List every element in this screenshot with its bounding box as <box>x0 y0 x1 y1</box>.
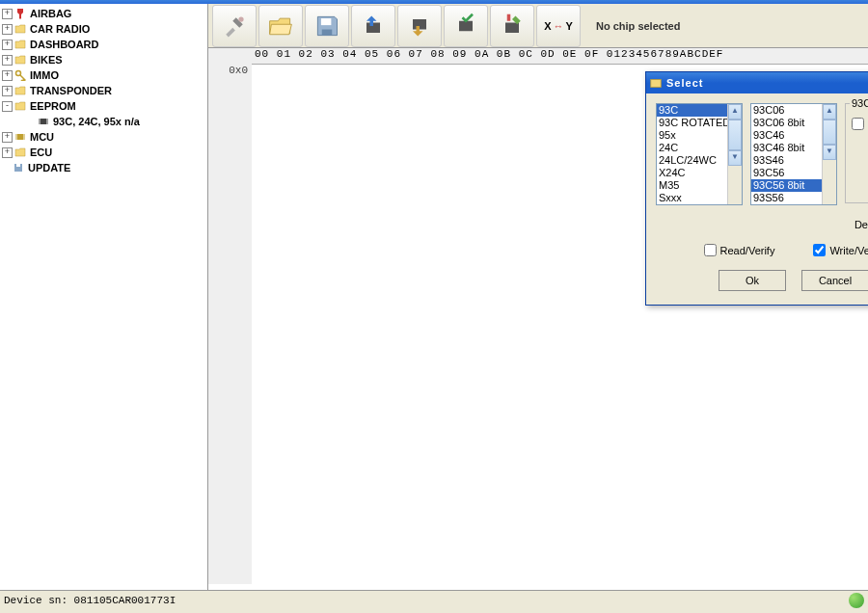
read-chip-button[interactable] <box>351 5 395 47</box>
list-item[interactable]: 93C46 <box>751 129 823 142</box>
scroll-thumb[interactable] <box>728 120 742 150</box>
svg-rect-4 <box>16 164 20 167</box>
device-listbox[interactable]: 93C0693C06 8bit93C4693C46 8bit93S4693C56… <box>750 103 837 205</box>
sidebar-item-immo[interactable]: +IMMO <box>0 67 207 83</box>
toolbar: X↔Y No chip selected <box>208 4 868 48</box>
sidebar-item-bikes[interactable]: +BIKES <box>0 52 207 67</box>
open-button[interactable] <box>258 5 303 47</box>
family-listbox[interactable]: 93C93C ROTATED95x24C24LC/24WCX24CM35Sxxx… <box>656 103 743 205</box>
svg-rect-7 <box>322 29 333 35</box>
erase-chip-button[interactable] <box>490 5 534 47</box>
list-item[interactable]: 93S46 <box>751 154 823 167</box>
list-item[interactable]: 93C <box>657 104 728 117</box>
folder-icon <box>14 85 26 96</box>
svg-rect-1 <box>41 119 46 124</box>
list-item[interactable]: 93C ROTATED <box>657 117 728 129</box>
sidebar-item-dashboard[interactable]: +DASHBOARD <box>0 37 207 52</box>
dialog-body: 93C93C ROTATED95x24C24LC/24WCX24CM35Sxxx… <box>646 93 868 305</box>
sidebar-item-airbag[interactable]: +AIRBAG <box>0 6 207 21</box>
scroll-up-icon[interactable]: ▲ <box>823 104 836 120</box>
list-item[interactable]: Sxxx <box>657 192 728 204</box>
sidebar-item-eeprom[interactable]: -EEPROM <box>0 98 207 114</box>
folder-icon <box>14 39 26 50</box>
ok-button[interactable]: Ok <box>719 270 786 291</box>
key-icon <box>14 69 26 81</box>
group-legend: 93Cxx <box>850 97 868 109</box>
list-item[interactable]: X24C <box>657 167 728 179</box>
list-item[interactable]: 24LC/24WC <box>657 154 728 167</box>
pin-red-icon <box>14 8 26 19</box>
verify-chip-button[interactable] <box>444 5 488 47</box>
svg-point-5 <box>238 16 243 21</box>
sidebar-item-update[interactable]: UPDATE <box>0 160 207 175</box>
sidebar-item-label: AIRBAG <box>30 8 71 19</box>
sidebar-item-label: IMMO <box>30 69 59 81</box>
list-item[interactable]: 93C06 8bit <box>751 117 823 129</box>
save-button[interactable] <box>305 5 349 47</box>
cancel-button[interactable]: Cancel <box>801 270 868 291</box>
expand-icon[interactable]: + <box>2 55 13 66</box>
list-item[interactable]: 93S56 <box>751 192 823 204</box>
write-verify-checkbox[interactable]: Write/Verify <box>813 244 868 256</box>
collapse-icon[interactable]: - <box>2 101 13 112</box>
twist-spacer <box>27 118 36 126</box>
list-item[interactable]: 95x <box>657 129 728 142</box>
scroll-down-icon[interactable]: ▼ <box>823 145 836 160</box>
svg-rect-6 <box>321 18 332 25</box>
scrollbar[interactable]: ▲▼ <box>822 104 836 204</box>
list-item[interactable]: 93C06 <box>751 104 823 117</box>
sidebar-item-label: UPDATE <box>28 162 70 173</box>
sidebar-item-label: DASHBOARD <box>30 39 99 50</box>
expand-icon[interactable]: + <box>2 70 13 81</box>
sidebar-item-mcu[interactable]: +MCU <box>0 129 207 145</box>
sidebar-item-car-radio[interactable]: +CAR RADIO <box>0 21 207 37</box>
list-item[interactable]: 93C46 8bit <box>751 142 823 154</box>
disk-icon <box>13 162 24 173</box>
sidebar-item-label: MCU <box>30 131 54 143</box>
folder-icon <box>14 54 26 66</box>
expand-icon[interactable]: + <box>2 132 13 143</box>
read-verify-checkbox[interactable]: Read/Verify <box>704 244 775 256</box>
sidebar-item-label: ECU <box>30 147 52 158</box>
sidebar-item-label: 93C, 24C, 95x n/a <box>53 116 140 127</box>
tools-button[interactable] <box>212 5 257 47</box>
list-item[interactable]: 24C <box>657 142 728 154</box>
hex-header: 00 01 02 03 04 05 06 07 08 09 0A 0B 0C 0… <box>208 48 868 65</box>
delay-label: Delay <box>854 219 868 230</box>
sidebar-item-93c-24c-95x-n-a[interactable]: 93C, 24C, 95x n/a <box>0 114 207 129</box>
write-chip-button[interactable] <box>397 5 442 47</box>
scroll-up-icon[interactable]: ▲ <box>728 104 742 120</box>
pe-checkbox-input[interactable] <box>852 118 864 130</box>
scroll-down-icon[interactable]: ▼ <box>728 150 742 166</box>
read-verify-input[interactable] <box>704 244 717 256</box>
expand-icon[interactable]: + <box>2 40 13 50</box>
pe-checkbox[interactable]: PE <box>852 118 868 130</box>
folder-icon <box>14 147 26 158</box>
scroll-thumb[interactable] <box>823 120 836 145</box>
write-verify-input[interactable] <box>813 244 826 256</box>
dialog-icon <box>649 76 663 90</box>
sidebar-item-label: CAR RADIO <box>30 23 90 35</box>
sidebar-item-ecu[interactable]: +ECU <box>0 145 207 160</box>
sidebar-item-label: TRANSPONDER <box>30 85 112 96</box>
xy-swap-button[interactable]: X↔Y <box>536 5 581 47</box>
expand-icon[interactable]: + <box>2 9 13 19</box>
scrollbar[interactable]: ▲▼ <box>727 104 742 204</box>
folder-icon <box>14 23 26 35</box>
chip-y-icon <box>14 131 26 143</box>
list-item[interactable]: M35 <box>657 179 728 192</box>
main-panel: X↔Y No chip selected 00 01 02 03 04 05 0… <box>208 4 868 590</box>
svg-rect-2 <box>17 134 23 140</box>
expand-icon[interactable]: + <box>2 24 13 35</box>
sidebar-item-label: EEPROM <box>30 100 76 112</box>
expand-icon[interactable]: + <box>2 147 13 158</box>
expand-icon[interactable]: + <box>2 86 13 96</box>
list-item[interactable]: 93C56 <box>751 167 823 179</box>
svg-rect-11 <box>505 22 519 33</box>
sidebar-item-transponder[interactable]: +TRANSPONDER <box>0 83 207 98</box>
list-item[interactable]: 93C56 8bit <box>751 179 823 192</box>
svg-point-0 <box>16 71 21 76</box>
write-verify-label: Write/Verify <box>829 245 868 256</box>
dialog-titlebar[interactable]: Select ✕ <box>646 72 868 93</box>
folder-icon <box>14 100 26 112</box>
